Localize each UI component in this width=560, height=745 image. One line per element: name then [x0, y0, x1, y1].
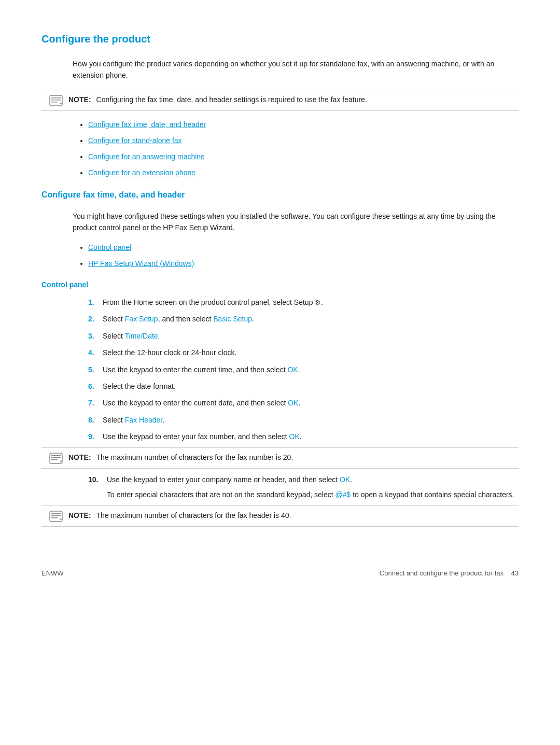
ok-link-10: OK — [340, 475, 350, 484]
note-text-3: The maximum number of characters for the… — [96, 510, 291, 521]
step-7-num: 7. — [88, 397, 103, 409]
subsection-title-1: Configure fax time, date, and header — [41, 189, 519, 203]
step-4-num: 4. — [88, 347, 103, 358]
note-text-1: Configuring the fax time, date, and head… — [96, 94, 367, 105]
step-4: 4. Select the 12-hour clock or 24-hour c… — [88, 347, 519, 358]
step-5-content: Use the keypad to enter the current time… — [103, 364, 519, 375]
link-fax-wizard[interactable]: HP Fax Setup Wizard (Windows) — [88, 259, 194, 268]
step-6-num: 6. — [88, 381, 103, 392]
step-2-content: Select Fax Setup, and then select Basic … — [103, 313, 519, 325]
step-6-content: Select the date format. — [103, 381, 519, 392]
step-3: 3. Select Time/Date. — [88, 330, 519, 342]
step-8-content: Select Fax Header. — [103, 414, 519, 426]
ok-link-5: OK — [287, 366, 298, 374]
step-6: 6. Select the date format. — [88, 381, 519, 392]
svg-rect-11 — [51, 517, 58, 518]
note-text-2: The maximum number of characters for the… — [96, 452, 293, 463]
list-item-1: Configure fax time, date, and header — [88, 119, 519, 130]
svg-rect-10 — [51, 515, 61, 516]
step-1: 1. From the Home screen on the product c… — [88, 297, 519, 308]
link-extension[interactable]: Configure for an extension phone — [88, 168, 195, 177]
svg-rect-9 — [51, 513, 61, 514]
svg-rect-1 — [51, 97, 61, 99]
step-10-num: 10. — [88, 474, 107, 485]
step-3-content: Select Time/Date. — [103, 330, 519, 342]
svg-rect-6 — [51, 457, 61, 458]
intro-text: How you configure the product varies dep… — [73, 58, 519, 81]
svg-rect-3 — [51, 102, 58, 103]
step-10: 10. Use the keypad to enter your company… — [88, 474, 519, 500]
step-2: 2. Select Fax Setup, and then select Bas… — [88, 313, 519, 325]
svg-rect-2 — [51, 100, 61, 101]
fax-setup-link: Fax Setup — [125, 315, 158, 323]
time-date-link: Time/Date — [125, 332, 158, 340]
step-7-content: Use the keypad to enter the current date… — [103, 397, 519, 409]
svg-rect-4 — [50, 453, 62, 463]
note-icon-2 — [49, 453, 63, 464]
page-content: Configure the product How you configure … — [41, 31, 519, 579]
step-3-num: 3. — [88, 330, 103, 342]
step-5: 5. Use the keypad to enter the current t… — [88, 364, 519, 375]
step-2-num: 2. — [88, 313, 103, 325]
note-box-1: NOTE: Configuring the fax time, date, an… — [41, 90, 519, 111]
note-label-2: NOTE: — [68, 452, 91, 463]
footer-left: ENWW — [41, 568, 64, 579]
note-label-3: NOTE: — [68, 510, 91, 521]
basic-setup-link: Basic Setup — [213, 315, 252, 323]
step-7: 7. Use the keypad to enter the current d… — [88, 397, 519, 409]
step-9-num: 9. — [88, 431, 103, 442]
sub-list-item-1: Control panel — [88, 242, 519, 253]
link-control-panel[interactable]: Control panel — [88, 243, 131, 251]
list-item-3: Configure for an answering machine — [88, 151, 519, 162]
special-char-link: @#$ — [335, 490, 351, 499]
page-title: Configure the product — [41, 31, 519, 49]
note-box-2: NOTE: The maximum number of characters f… — [41, 447, 519, 469]
note-label-1: NOTE: — [68, 94, 91, 105]
svg-rect-8 — [50, 511, 62, 522]
gear-icon: ⚙ — [315, 298, 321, 308]
step-5-num: 5. — [88, 364, 103, 375]
main-link-list: Configure fax time, date, and header Con… — [88, 119, 519, 178]
note-box-3: NOTE: The maximum number of characters f… — [41, 505, 519, 527]
link-standalone[interactable]: Configure for stand-alone fax — [88, 136, 182, 145]
ok-link-9: OK — [289, 432, 300, 441]
step-10-content: Use the keypad to enter your company nam… — [107, 474, 519, 500]
list-item-4: Configure for an extension phone — [88, 167, 519, 178]
fax-header-link: Fax Header — [125, 416, 162, 424]
link-fax-time[interactable]: Configure fax time, date, and header — [88, 120, 206, 129]
note-icon-1 — [49, 95, 63, 106]
step-9: 9. Use the keypad to enter your fax numb… — [88, 431, 519, 442]
note-icon-3 — [49, 511, 63, 522]
svg-rect-7 — [51, 459, 58, 460]
step-4-content: Select the 12-hour clock or 24-hour cloc… — [103, 347, 519, 358]
step-9-content: Use the keypad to enter your fax number,… — [103, 431, 519, 442]
step-1-content: From the Home screen on the product cont… — [103, 297, 519, 308]
list-item-2: Configure for stand-alone fax — [88, 135, 519, 146]
step-1-num: 1. — [88, 297, 103, 308]
footer-right: Connect and configure the product for fa… — [380, 568, 519, 579]
sub-subsection-title: Control panel — [41, 279, 519, 290]
sub-link-list: Control panel HP Fax Setup Wizard (Windo… — [88, 242, 519, 269]
steps-list: 1. From the Home screen on the product c… — [88, 297, 519, 443]
sub-list-item-2: HP Fax Setup Wizard (Windows) — [88, 258, 519, 269]
step-10-wrapper: 10. Use the keypad to enter your company… — [88, 474, 519, 500]
subsection-intro: You might have configured these settings… — [73, 210, 519, 234]
svg-rect-0 — [50, 95, 62, 106]
svg-rect-5 — [51, 455, 61, 456]
page-footer: ENWW Connect and configure the product f… — [41, 568, 519, 579]
ok-link-7: OK — [288, 399, 298, 407]
step-10-extra: To enter special characters that are not… — [107, 489, 519, 500]
step-8: 8. Select Fax Header. — [88, 414, 519, 426]
step-8-num: 8. — [88, 414, 103, 426]
link-answering[interactable]: Configure for an answering machine — [88, 152, 205, 161]
